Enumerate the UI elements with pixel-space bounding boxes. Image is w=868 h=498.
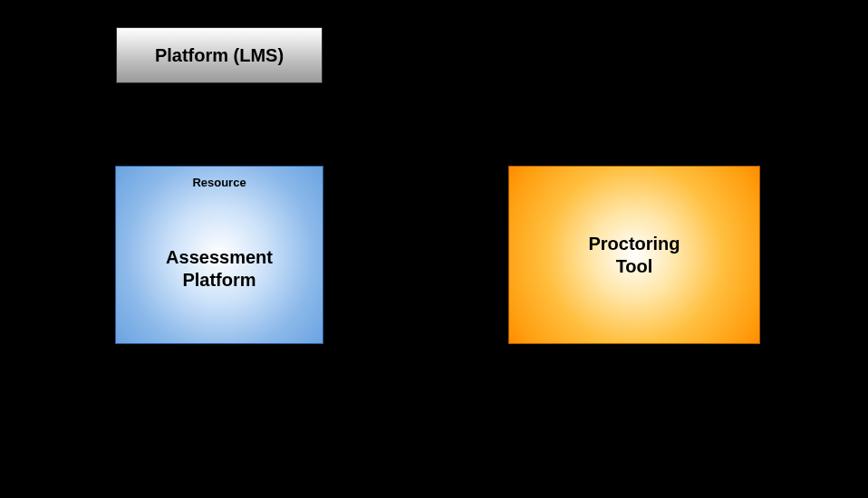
- lms-label: Platform (LMS): [155, 45, 284, 66]
- assessment-platform-node: Resource Assessment Platform: [115, 166, 323, 344]
- lms-node: Platform (LMS): [116, 27, 323, 83]
- assessment-role-label: Resource: [116, 176, 323, 190]
- assessment-title: Assessment Platform: [166, 246, 273, 292]
- proctoring-title: Proctoring Tool: [588, 233, 680, 278]
- proctoring-tool-node: Proctoring Tool: [508, 166, 760, 344]
